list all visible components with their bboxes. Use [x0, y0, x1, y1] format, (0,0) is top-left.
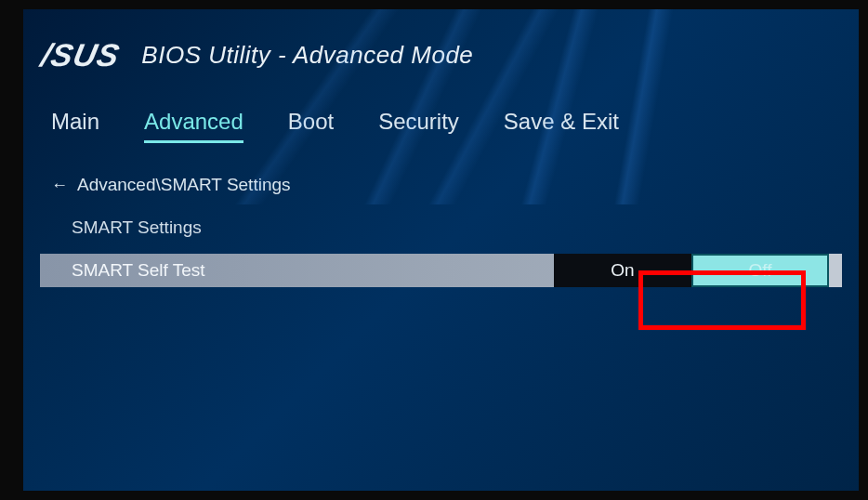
back-arrow-icon[interactable]: ←	[51, 176, 68, 195]
breadcrumb[interactable]: ← Advanced\SMART Settings	[23, 154, 859, 210]
toggle-group: On Off	[554, 254, 829, 287]
row-trailing-band	[829, 254, 842, 287]
toggle-option-on[interactable]: On	[554, 254, 691, 287]
tab-bar: Main Advanced Boot Security Save & Exit	[23, 92, 859, 154]
tab-save-exit[interactable]: Save & Exit	[504, 109, 619, 143]
brand-logo: /SUS	[38, 37, 124, 73]
tab-main[interactable]: Main	[51, 109, 99, 143]
setting-label: SMART Self Test	[40, 254, 554, 287]
breadcrumb-path: Advanced\SMART Settings	[77, 175, 291, 195]
bios-screen: /SUS BIOS Utility - Advanced Mode Main A…	[23, 9, 859, 491]
header: /SUS BIOS Utility - Advanced Mode	[23, 9, 859, 92]
tab-security[interactable]: Security	[378, 109, 459, 143]
tab-advanced[interactable]: Advanced	[144, 109, 243, 143]
section-heading: SMART Settings	[23, 210, 859, 251]
setting-row-smart-self-test: SMART Self Test On Off	[40, 254, 842, 287]
page-title: BIOS Utility - Advanced Mode	[141, 41, 473, 70]
tab-boot[interactable]: Boot	[288, 109, 334, 143]
toggle-option-off[interactable]: Off	[691, 254, 829, 287]
